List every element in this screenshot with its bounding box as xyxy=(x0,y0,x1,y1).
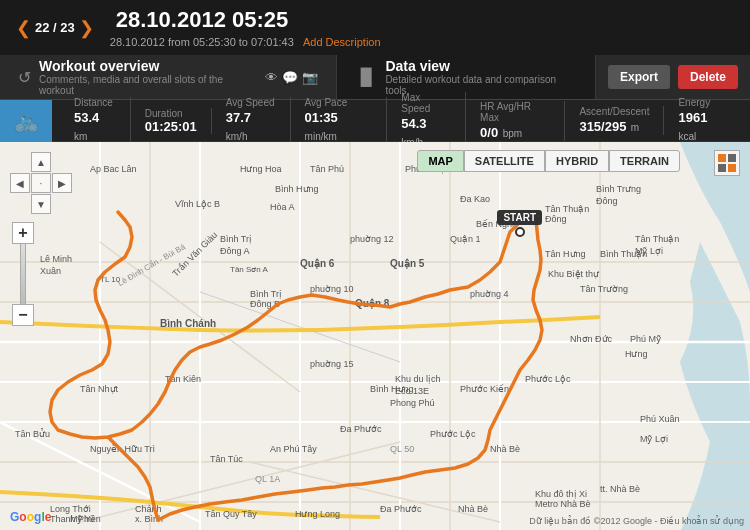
tab-data-text: Data view Detailed workout data and comp… xyxy=(385,58,577,96)
start-marker: START xyxy=(497,210,542,237)
stat-distance-label: Distance xyxy=(74,97,113,108)
add-description-link[interactable]: Add Description xyxy=(303,36,381,48)
arrow-empty-bl xyxy=(10,194,30,214)
map-type-satellite-button[interactable]: SATELLITE xyxy=(464,150,545,172)
map-copyright: Dữ liệu bản đồ ©2012 Google - Điều khoản… xyxy=(529,516,744,526)
map-background xyxy=(0,142,750,530)
bar-chart-icon: ▐▌ xyxy=(355,68,378,86)
arrow-control: ▲ ◀ · ▶ ▼ xyxy=(10,152,72,214)
stat-distance: Distance 53.4 km xyxy=(60,97,131,144)
arrow-left-button[interactable]: ◀ xyxy=(10,173,30,193)
bike-icon: 🚲 xyxy=(14,109,39,133)
export-button[interactable]: Export xyxy=(608,65,670,89)
stat-avg-speed: Avg Speed 37.7 km/h xyxy=(212,97,291,144)
arrow-empty-tr xyxy=(52,152,72,172)
tab-workout-title: Workout overview xyxy=(39,58,257,74)
map-type-controls: MAP SATELLITE HYBRID TERRAIN xyxy=(417,150,680,172)
stat-hr-value: 0/0 bpm xyxy=(480,123,522,141)
zoom-controls: + − xyxy=(12,222,34,326)
stat-duration: Duration 01:25:01 xyxy=(131,108,212,134)
stat-energy: Energy 1961 kcal xyxy=(664,97,742,144)
stat-max-speed: Max Speed 54.3 km/h xyxy=(387,92,466,150)
header-left: ❮ 22 / 23 ❯ xyxy=(12,15,98,41)
grid-cell-2 xyxy=(728,154,736,162)
stat-avg-pace-label: Avg Pace xyxy=(305,97,348,108)
stat-duration-value: 01:25:01 xyxy=(145,119,197,134)
bike-icon-box: 🚲 xyxy=(0,100,52,142)
map-area[interactable]: Ap Bac Lân Vĩnh Lộc B Hưng Hoa Bình Hưng… xyxy=(0,142,750,530)
delete-button[interactable]: Delete xyxy=(678,65,738,89)
stat-ascent-value: 315/295 m xyxy=(579,117,639,135)
grid-cell-4 xyxy=(728,164,736,172)
stat-ascent-label: Ascent/Descent xyxy=(579,106,649,117)
arrow-right-button[interactable]: ▶ xyxy=(52,173,72,193)
stat-energy-value: 1961 kcal xyxy=(678,108,728,144)
workout-meta-text: 28.10.2012 from 05:25:30 to 07:01:43 xyxy=(110,36,294,48)
map-type-terrain-button[interactable]: TERRAIN xyxy=(609,150,680,172)
stat-avg-speed-value: 37.7 km/h xyxy=(226,108,276,144)
stat-avg-pace: Avg Pace 01:35 min/km xyxy=(291,97,388,144)
comment-icon: 💬 xyxy=(282,70,298,85)
prev-workout-button[interactable]: ❮ xyxy=(12,15,35,41)
pan-controls: ▲ ◀ · ▶ ▼ xyxy=(10,152,72,214)
start-dot xyxy=(515,227,525,237)
stats-bar: 🚲 Distance 53.4 km Duration 01:25:01 Avg… xyxy=(0,100,750,142)
zoom-slider[interactable] xyxy=(20,244,26,304)
stat-hr-label: HR Avg/HR Max xyxy=(480,101,550,123)
stat-energy-label: Energy xyxy=(678,97,710,108)
tab-workout-icons: 👁 💬 📷 xyxy=(265,70,318,85)
stat-hr: HR Avg/HR Max 0/0 bpm xyxy=(466,101,565,141)
google-logo: Google xyxy=(10,510,51,524)
header-meta: 28.10.2012 from 05:25:30 to 07:01:43 Add… xyxy=(110,36,381,48)
stat-avg-speed-label: Avg Speed xyxy=(226,97,275,108)
arrow-center-button[interactable]: · xyxy=(31,173,51,193)
arrow-down-button[interactable]: ▼ xyxy=(31,194,51,214)
header-text: 28.10.2012 05:25 28.10.2012 from 05:25:3… xyxy=(110,7,381,48)
start-label: START xyxy=(497,210,542,225)
grid-cell-1 xyxy=(718,154,726,162)
workout-counter: 22 / 23 xyxy=(35,20,75,35)
refresh-icon: ↺ xyxy=(18,68,31,87)
stat-max-speed-label: Max Speed xyxy=(401,92,451,114)
stat-duration-label: Duration xyxy=(145,108,183,119)
map-grid-button[interactable] xyxy=(714,150,740,176)
arrow-empty-br xyxy=(52,194,72,214)
stat-distance-value: 53.4 km xyxy=(74,108,116,144)
tab-data-title: Data view xyxy=(385,58,577,74)
stats-items: Distance 53.4 km Duration 01:25:01 Avg S… xyxy=(52,92,750,150)
title-row: 28.10.2012 05:25 xyxy=(110,7,381,33)
zoom-out-button[interactable]: − xyxy=(12,304,34,326)
zoom-in-button[interactable]: + xyxy=(12,222,34,244)
map-type-map-button[interactable]: MAP xyxy=(417,150,463,172)
stat-avg-pace-value: 01:35 min/km xyxy=(305,108,373,144)
camera-icon: 📷 xyxy=(302,70,318,85)
next-workout-button[interactable]: ❯ xyxy=(75,15,98,41)
map-type-hybrid-button[interactable]: HYBRID xyxy=(545,150,609,172)
workout-title: 28.10.2012 05:25 xyxy=(116,7,289,33)
top-header: ❮ 22 / 23 ❯ 28.10.2012 05:25 28.10.2012 … xyxy=(0,0,750,55)
tab-workout-text: Workout overview Comments, media and ove… xyxy=(39,58,257,96)
arrow-up-button[interactable]: ▲ xyxy=(31,152,51,172)
eye-icon: 👁 xyxy=(265,70,278,85)
stat-ascent: Ascent/Descent 315/295 m xyxy=(565,106,664,135)
arrow-empty-tl xyxy=(10,152,30,172)
grid-cell-3 xyxy=(718,164,726,172)
